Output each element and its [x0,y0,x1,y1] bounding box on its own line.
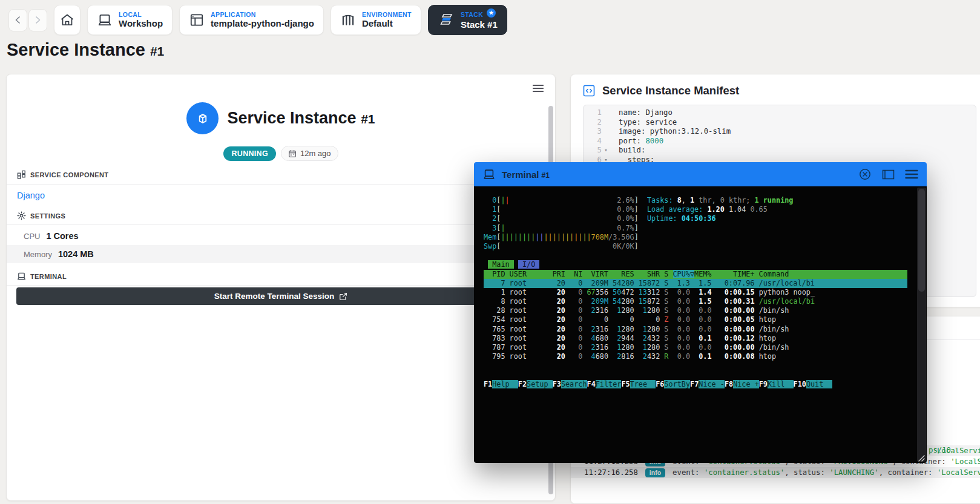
terminal-line: 3[| 0.7%] [484,224,907,233]
updated-time-chip: 12m ago [281,146,338,161]
nav-environment-value: Default [362,18,412,28]
page-title-suffix: #1 [150,44,164,59]
line-number: 2 [584,118,602,128]
popout-window-icon[interactable] [882,169,895,180]
terminal-scrollbar[interactable] [917,188,926,462]
page-title-text: Service Instance [7,40,145,60]
fold-caret-icon[interactable]: ▾ [602,146,610,155]
terminal-screen[interactable]: 0[|| 2.6%] Tasks: 8, 1 thr, 0 kthr; 1 ru… [474,186,927,463]
terminal-line: 765 root 20 0 2316 1280 1280 S 0.0 0.0 0… [484,325,907,334]
terminal-scrollbar-thumb[interactable] [918,189,925,292]
terminal-line: 28 root 20 0 2316 1280 1280 S 0.0 0.0 0:… [484,306,907,315]
nav-forward-button[interactable] [28,9,47,31]
fold-gutter [602,127,610,137]
chevron-left-icon [15,16,21,24]
htop-output: 0[|| 2.6%] Tasks: 8, 1 thr, 0 kthr; 1 ru… [484,196,907,389]
laptop-icon [17,272,26,281]
terminal-line: 8 root 20 0 209M 54280 15872 S 0.0 1.5 0… [484,297,907,306]
nav-workshop-value: Workshop [119,18,163,28]
log-level-badge: info [645,468,665,477]
code-text: name: Django [619,108,673,118]
fold-gutter [602,108,610,118]
hamburger-icon [533,84,544,93]
stack-layers-icon [438,11,455,28]
terminal-line: 783 root 20 0 4680 2944 2432 S 0.0 0.1 0… [484,334,907,343]
nav-back-button[interactable] [8,9,27,31]
code-file-icon [582,83,596,98]
service-component-heading: SERVICE COMPONENT [17,170,108,179]
line-number: 1 [584,108,602,118]
terminal-line: 795 root 20 0 4680 2816 2432 R 0.0 0.1 0… [484,352,907,361]
environment-columns-icon [340,12,356,28]
log-message: event: 'container.status', status: 'LAUN… [673,468,980,477]
nav-application-value: template-python-django [211,18,314,28]
fold-gutter [602,137,610,146]
terminal-title: Terminal #1 [502,169,550,180]
terminal-line: Swp[ 0K/0K] [484,242,907,251]
nav-environment-label: ENVIRONMENT [362,11,412,18]
log-timestamp: 11:27:16.258 [584,468,638,477]
star-badge-icon: ★ [487,8,496,18]
line-number: 3 [584,127,602,137]
breadcrumb: LOCAL Workshop APPLICATION template-pyth… [8,5,507,35]
terminal-line: 1[ 0.0%] Load average: 1.20 1.04 0.65 [484,205,907,214]
nav-stack-button[interactable]: STACK ★ Stack #1 [428,5,507,35]
terminal-line [484,371,907,380]
code-text: type: service [619,118,677,128]
service-instance-card: Service Instance #1 RUNNING 12m ago [6,74,556,501]
card-menu-button[interactable] [533,84,544,93]
start-terminal-session-button[interactable]: Start Remote Terminal Session [16,287,545,305]
start-terminal-session-label: Start Remote Terminal Session [214,292,335,301]
settings-heading: SETTINGS [17,211,65,220]
nav-workshop-button[interactable]: LOCAL Workshop [87,5,173,35]
home-icon [60,13,74,27]
log-row: 11:27:16.258infoevent: 'container.status… [571,467,980,478]
code-line: 2type: service [584,118,976,128]
status-badge: RUNNING [223,146,275,161]
code-text: port: 8000 [619,137,663,146]
line-number: 5 [584,146,602,155]
app-window-icon [189,12,205,28]
terminal-line: 2[ 0.0%] Uptime: 04:50:36 [484,214,907,223]
app-canvas: LOCAL Workshop APPLICATION template-pyth… [0,0,980,504]
fold-gutter [602,118,610,128]
external-link-icon [339,292,347,301]
close-circle-icon[interactable] [858,168,872,181]
terminal-line [484,251,907,260]
nav-stack-value: Stack #1 [461,19,498,30]
code-line: 3image: python:3.12.0-slim [584,127,976,137]
terminal-line: 1 root 20 0 67356 50472 13312 S 0.0 1.4 … [484,288,907,297]
resize-grip-icon[interactable] [916,453,925,462]
nav-application-button[interactable]: APPLICATION template-python-django [179,5,324,35]
log-overflow-fragment: ps/10 [929,446,951,454]
code-line: 5▾build: [584,146,976,155]
terminal-titlebar[interactable]: Terminal #1 [474,162,927,186]
chevron-right-icon [35,16,41,24]
nav-workshop-label: LOCAL [119,11,163,18]
calendar-icon [288,149,297,158]
nav-home-button[interactable] [54,5,81,35]
terminal-line: Mem[|||||||||||||||||||||708M/3.50G] [484,233,907,242]
nav-stack-label: STACK [461,11,483,18]
updated-time-text: 12m ago [300,149,331,158]
setting-label: CPU [24,232,40,241]
terminal-line: Main I/O [484,260,907,269]
laptop-icon [482,168,496,181]
code-text: build: [619,146,645,155]
terminal-window: Terminal #1 [474,162,927,463]
cube-icon [186,102,219,134]
setting-value: 1 Cores [46,231,78,241]
nav-environment-button[interactable]: ENVIRONMENT Default [331,5,421,35]
components-grid-icon [17,170,26,179]
setting-value: 1024 MB [58,249,94,259]
laptop-icon [97,12,113,28]
divider [7,184,555,185]
terminal-line: 754 root 20 0 0 0 0 Z 0.0 0.0 0:00.05 ht… [484,315,907,324]
instance-hero: Service Instance #1 [7,102,555,134]
terminal-menu-icon[interactable] [905,169,918,179]
terminal-heading: TERMINAL [17,272,67,281]
nav-application-label: APPLICATION [211,11,314,18]
service-component-link-django[interactable]: Django [17,191,45,200]
terminal-line: PID USER PRI NI VIRT RES SHR S CPU%▽MEM%… [484,270,907,279]
terminal-line [484,361,907,370]
